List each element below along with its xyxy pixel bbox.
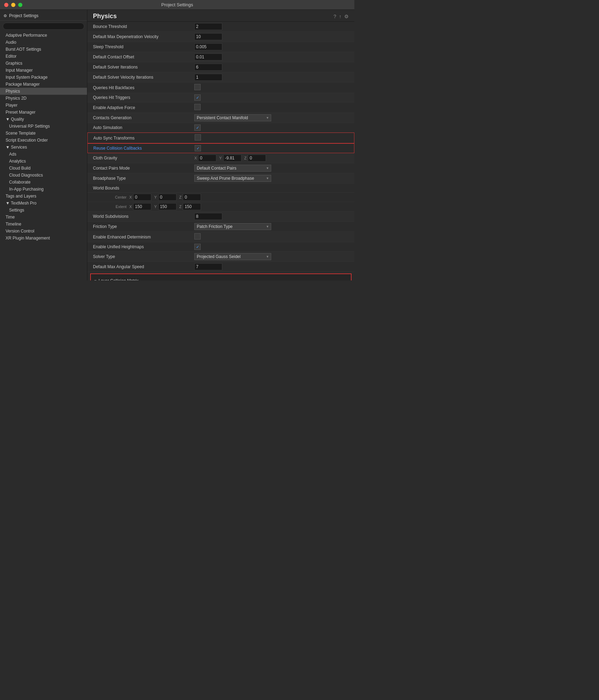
sidebar-item-18[interactable]: Analytics bbox=[0, 158, 87, 165]
row-value-21: Projected Gauss Seidel bbox=[194, 253, 349, 260]
sidebar-header: ⚙ Project Settings bbox=[0, 11, 87, 21]
extent-x-input[interactable] bbox=[133, 203, 151, 210]
sidebar-item-20[interactable]: Cloud Diagnostics bbox=[0, 172, 87, 179]
dropdown-21[interactable]: Projected Gauss Seidel bbox=[194, 253, 271, 260]
number-input-1[interactable] bbox=[194, 33, 222, 40]
settings-row-1: Default Max Depenetration Velocity bbox=[87, 32, 354, 42]
sidebar-item-4[interactable]: Graphics bbox=[0, 60, 87, 67]
number-input-5[interactable] bbox=[194, 74, 222, 81]
sidebar-item-17[interactable]: Ads bbox=[0, 151, 87, 158]
sidebar-item-16[interactable]: ▼ Services bbox=[0, 144, 87, 151]
sidebar-item-25[interactable]: Settings bbox=[0, 207, 87, 214]
extent-y-label: Y bbox=[154, 205, 157, 209]
search-input[interactable] bbox=[3, 23, 84, 30]
world-bounds-row: World Bounds bbox=[87, 184, 354, 193]
checkbox-11[interactable] bbox=[195, 134, 201, 141]
extent-y-input[interactable] bbox=[158, 203, 176, 210]
sidebar-header-label: Project Settings bbox=[9, 13, 38, 18]
extent-y-field: Y bbox=[154, 203, 176, 210]
cloth-gravity-value: X Y Z bbox=[194, 155, 349, 162]
center-y-input[interactable] bbox=[158, 194, 176, 201]
row-value-6 bbox=[194, 84, 349, 91]
extent-xyz: X Y Z bbox=[129, 203, 201, 210]
sidebar-item-0[interactable]: Adaptive Performance bbox=[0, 32, 87, 39]
checkbox-8[interactable] bbox=[194, 104, 201, 110]
upload-icon[interactable]: ↑ bbox=[339, 14, 341, 19]
sidebar-item-6[interactable]: Input System Package bbox=[0, 74, 87, 81]
sidebar-item-22[interactable]: In-App Purchasing bbox=[0, 186, 87, 193]
checkbox-20[interactable] bbox=[194, 244, 201, 250]
row-value-22 bbox=[194, 263, 349, 270]
dropdown-15[interactable]: Sweep And Prune Broadphase bbox=[194, 175, 271, 182]
cloth-gravity-z-field: Z bbox=[244, 155, 266, 162]
number-input-17[interactable] bbox=[194, 213, 222, 220]
help-icon[interactable]: ? bbox=[333, 14, 336, 19]
cloth-gravity-z-input[interactable] bbox=[248, 155, 266, 162]
settings-row-22: Default Max Angular Speed bbox=[87, 262, 354, 272]
cloth-gravity-x-input[interactable] bbox=[198, 155, 216, 162]
row-label-0: Bounce Threshold bbox=[93, 24, 194, 29]
sidebar-item-24[interactable]: ▼ TextMesh Pro bbox=[0, 200, 87, 207]
checkbox-7[interactable] bbox=[194, 94, 201, 101]
sidebar-item-8[interactable]: Physics bbox=[0, 88, 87, 95]
sidebar-item-1[interactable]: Audio bbox=[0, 39, 87, 46]
sidebar-item-7[interactable]: Package Manager bbox=[0, 81, 87, 88]
sidebar-item-13[interactable]: Universal RP Settings bbox=[0, 123, 87, 130]
checkbox-12[interactable] bbox=[195, 145, 201, 151]
content-scroll[interactable]: Physics ? ↑ ⚙ Bounce Threshold Default M… bbox=[87, 10, 354, 280]
minimize-button[interactable] bbox=[11, 3, 15, 7]
row-label-1: Default Max Depenetration Velocity bbox=[93, 34, 194, 39]
sidebar-item-21[interactable]: Collaborate bbox=[0, 179, 87, 186]
row-label-15: Broadphase Type bbox=[93, 176, 194, 181]
sidebar-item-19[interactable]: Cloud Build bbox=[0, 165, 87, 172]
cloth-gravity-xyz: X Y Z bbox=[194, 155, 349, 162]
sidebar-item-5[interactable]: Input Manager bbox=[0, 67, 87, 74]
sidebar-item-2[interactable]: Burst AOT Settings bbox=[0, 46, 87, 53]
window-title: Project Settings bbox=[161, 2, 193, 7]
matrix-collapse-icon: ▼ bbox=[94, 279, 97, 281]
header-icons: ? ↑ ⚙ bbox=[333, 14, 349, 19]
extent-z-input[interactable] bbox=[183, 203, 201, 210]
sidebar-item-15[interactable]: Script Execution Order bbox=[0, 137, 87, 144]
sidebar-item-10[interactable]: Player bbox=[0, 102, 87, 109]
sidebar-item-27[interactable]: Timeline bbox=[0, 221, 87, 228]
sidebar-item-23[interactable]: Tags and Layers bbox=[0, 193, 87, 200]
settings-row-8: Enable Adaptive Force bbox=[87, 102, 354, 113]
sidebar-item-26[interactable]: Time bbox=[0, 214, 87, 221]
sidebar-item-3[interactable]: Editor bbox=[0, 53, 87, 60]
matrix-header[interactable]: ▼ Layer Collision Matrix bbox=[94, 277, 348, 280]
checkbox-10[interactable] bbox=[194, 124, 201, 131]
world-bounds-extent-row: Extent X Y Z bbox=[87, 202, 354, 212]
center-z-input[interactable] bbox=[183, 194, 201, 201]
extent-label: Extent bbox=[108, 205, 129, 209]
row-value-7 bbox=[194, 94, 349, 101]
number-input-0[interactable] bbox=[194, 23, 222, 30]
maximize-button[interactable] bbox=[18, 3, 22, 7]
sidebar: ⚙ Project Settings Adaptive PerformanceA… bbox=[0, 10, 87, 280]
number-input-3[interactable] bbox=[194, 53, 222, 60]
number-input-22[interactable] bbox=[194, 263, 222, 270]
sidebar-item-12[interactable]: ▼ Quality bbox=[0, 116, 87, 123]
center-z-label: Z bbox=[179, 195, 182, 199]
settings-row-6: Queries Hit Backfaces bbox=[87, 83, 354, 93]
sidebar-item-9[interactable]: Physics 2D bbox=[0, 95, 87, 102]
sidebar-item-14[interactable]: Scene Template bbox=[0, 130, 87, 137]
row-label-7: Queries Hit Triggers bbox=[93, 95, 194, 100]
checkbox-6[interactable] bbox=[194, 84, 201, 90]
dropdown-wrapper-18: Patch Friction Type bbox=[194, 223, 271, 230]
settings-icon[interactable]: ⚙ bbox=[344, 14, 349, 19]
sidebar-item-29[interactable]: XR Plugin Management bbox=[0, 235, 87, 242]
number-input-2[interactable] bbox=[194, 43, 222, 50]
row-value-8 bbox=[194, 104, 349, 111]
content-header: Physics ? ↑ ⚙ bbox=[87, 10, 354, 22]
close-button[interactable] bbox=[4, 3, 8, 7]
checkbox-19[interactable] bbox=[194, 233, 201, 240]
dropdown-14[interactable]: Default Contact Pairs bbox=[194, 165, 271, 172]
sidebar-item-28[interactable]: Version Control bbox=[0, 228, 87, 235]
sidebar-item-11[interactable]: Preset Manager bbox=[0, 109, 87, 116]
cloth-gravity-y-input[interactable] bbox=[223, 155, 241, 162]
center-x-input[interactable] bbox=[133, 194, 151, 201]
dropdown-18[interactable]: Patch Friction Type bbox=[194, 223, 271, 230]
number-input-4[interactable] bbox=[194, 64, 222, 71]
dropdown-9[interactable]: Persistent Contact Manifold bbox=[194, 114, 271, 121]
